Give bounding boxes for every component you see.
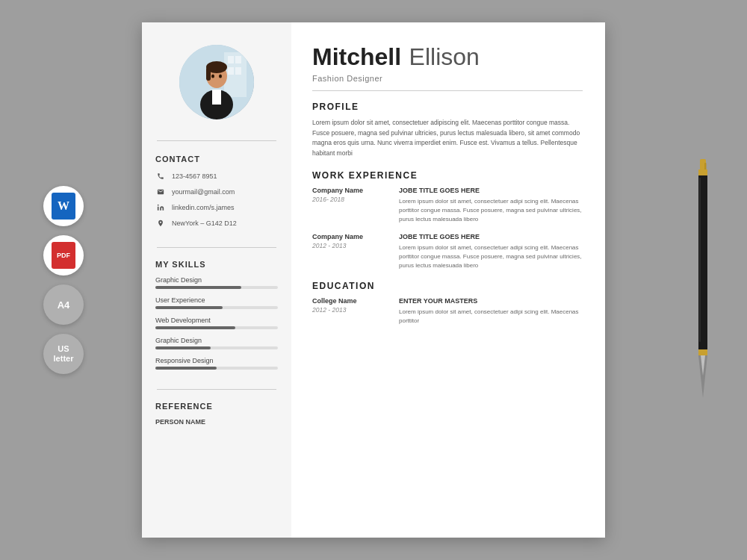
skill-bar-fill-5 <box>155 367 217 370</box>
resume-main-content: Mitchell Ellison Fashion Designer PROFIL… <box>291 22 605 538</box>
work-section-title: WORK EXPERIENCE <box>312 170 583 181</box>
contact-phone-item: 123-4567 8951 <box>155 171 278 181</box>
pdf-icon: PDF <box>52 242 75 269</box>
first-name: Mitchell <box>312 43 401 70</box>
edu-right-1: ENTER YOUR MASTERS Lorem ipsum dolor sit… <box>399 297 583 326</box>
photo-container <box>179 45 254 119</box>
skill-item-4: Graphic Design <box>155 337 278 349</box>
reference-title: REFERENCE <box>155 402 278 411</box>
work-right-1: JOBE TITLE GOES HERE Lorem ipsum dolor s… <box>399 187 583 224</box>
skill-bar-bg-4 <box>155 346 278 349</box>
contact-title: CONTACT <box>155 155 278 164</box>
contact-address-item: NewYork – G142 D12 <box>155 218 278 228</box>
svg-point-20 <box>219 75 222 78</box>
address-text: NewYork – G142 D12 <box>172 220 237 227</box>
linkedin-text: linkedin.com/s.james <box>172 204 235 211</box>
phone-icon <box>155 171 166 181</box>
last-name: Ellison <box>409 43 480 70</box>
work-left-2: Company Name 2012 - 2013 <box>312 233 387 270</box>
work-section: WORK EXPERIENCE Company Name 2016- 2018 … <box>312 170 583 270</box>
profile-text: Lorem ipsum dolor sit amet, consectetuer… <box>312 118 583 158</box>
left-icon-group: W PDF A4 USletter <box>43 186 84 374</box>
a4-label: A4 <box>58 299 70 311</box>
pen-svg <box>695 159 711 398</box>
word-icon: W <box>52 193 75 220</box>
contact-linkedin-item: linkedin.com/s.james <box>155 202 278 213</box>
edu-degree-1: ENTER YOUR MASTERS <box>399 297 583 305</box>
us-label: USletter <box>54 344 74 364</box>
contact-section: CONTACT 123-4567 8951 you <box>142 147 291 241</box>
svg-rect-11 <box>235 56 241 63</box>
work-company-2: Company Name <box>312 233 387 240</box>
skill-item-1: Graphic Design <box>155 276 278 289</box>
edu-entry-1: College Name 2012 - 2013 ENTER YOUR MAST… <box>312 297 583 326</box>
edu-desc-1: Lorem ipsum dolor sit amet, consectetuer… <box>399 308 583 326</box>
skill-item-2: User Experience <box>155 296 278 309</box>
skill-bar-bg-5 <box>155 367 278 370</box>
work-entry-1: Company Name 2016- 2018 JOBE TITLE GOES … <box>312 187 583 224</box>
sidebar-divider-1 <box>157 140 276 141</box>
skill-name-2: User Experience <box>155 296 278 304</box>
work-company-1: Company Name <box>312 187 387 194</box>
skill-bar-fill-2 <box>155 306 223 309</box>
edu-dates-1: 2012 - 2013 <box>312 306 387 314</box>
email-icon <box>155 187 166 197</box>
education-section-title: EDUCATION <box>312 281 583 291</box>
skill-bar-fill-4 <box>155 346 211 349</box>
word-badge[interactable]: W <box>43 186 84 226</box>
profile-section-title: PROFILE <box>312 102 583 112</box>
reference-person-label: PERSON NAME <box>155 418 278 426</box>
a4-badge[interactable]: A4 <box>43 284 84 325</box>
work-entry-2: Company Name 2012 - 2013 JOBE TITLE GOES… <box>312 233 583 270</box>
svg-rect-3 <box>698 169 707 175</box>
education-section: EDUCATION College Name 2012 - 2013 ENTER… <box>312 281 583 326</box>
skill-name-5: Responsive Design <box>155 357 278 364</box>
skill-bar-bg-3 <box>155 326 278 329</box>
work-jobtitle-1: JOBE TITLE GOES HERE <box>399 187 583 194</box>
contact-email-item: yourmail@gmail.com <box>155 187 278 197</box>
email-text: yourmail@gmail.com <box>172 188 235 196</box>
work-desc-1: Lorem ipsum dolor sit amet, consectetuer… <box>399 197 583 224</box>
skill-item-5: Responsive Design <box>155 357 278 370</box>
skill-bar-bg-1 <box>155 286 278 289</box>
skill-name-4: Graphic Design <box>155 337 278 344</box>
pen-decoration <box>695 159 711 401</box>
linkedin-icon <box>155 202 166 213</box>
svg-rect-7 <box>699 178 701 342</box>
skill-item-3: Web Development <box>155 317 278 329</box>
work-dates-2: 2012 - 2013 <box>312 242 387 249</box>
job-title: Fashion Designer <box>312 74 583 83</box>
sidebar-divider-3 <box>157 389 276 390</box>
page-background: W PDF A4 USletter <box>0 0 747 560</box>
phone-text: 123-4567 8951 <box>172 172 217 180</box>
skills-section: MY SKILLS Graphic Design User Experience… <box>142 254 291 383</box>
us-badge[interactable]: USletter <box>43 334 84 374</box>
svg-point-19 <box>211 75 214 78</box>
main-divider <box>312 90 583 91</box>
skill-bar-bg-2 <box>155 306 278 309</box>
skill-name-1: Graphic Design <box>155 276 278 284</box>
skill-name-3: Web Development <box>155 317 278 324</box>
sidebar-divider-2 <box>157 247 276 248</box>
edu-college-1: College Name <box>312 297 387 305</box>
skill-bar-fill-1 <box>155 286 241 289</box>
work-jobtitle-2: JOBE TITLE GOES HERE <box>399 233 583 240</box>
svg-rect-13 <box>235 67 241 75</box>
skill-bar-fill-3 <box>155 326 235 329</box>
svg-rect-12 <box>228 67 234 75</box>
reference-section: REFERENCE PERSON NAME <box>142 396 291 434</box>
resume-sidebar: CONTACT 123-4567 8951 you <box>142 22 291 538</box>
edu-left-1: College Name 2012 - 2013 <box>312 297 387 326</box>
name-block: Mitchell Ellison <box>312 43 583 71</box>
profile-photo <box>179 45 254 119</box>
svg-point-23 <box>158 205 159 206</box>
work-dates-1: 2016- 2018 <box>312 196 387 203</box>
work-left-1: Company Name 2016- 2018 <box>312 187 387 224</box>
pdf-badge[interactable]: PDF <box>43 235 84 276</box>
resume-document: CONTACT 123-4567 8951 you <box>142 22 605 538</box>
svg-rect-10 <box>228 56 234 63</box>
location-icon <box>155 218 166 228</box>
work-right-2: JOBE TITLE GOES HERE Lorem ipsum dolor s… <box>399 233 583 270</box>
svg-rect-4 <box>698 349 707 355</box>
svg-rect-18 <box>206 67 211 81</box>
